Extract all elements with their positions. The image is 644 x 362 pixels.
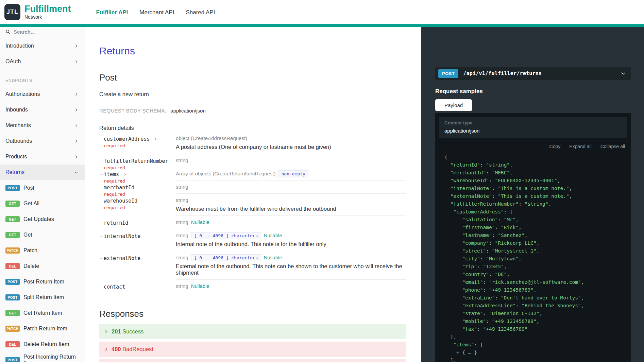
sidebar-item-authorizations[interactable]: Authorizations bbox=[0, 86, 85, 102]
code-line: "externalNote": "This is a custom note."… bbox=[444, 192, 627, 200]
sidebar-op-delete-return-item[interactable]: DELDelete Return Item bbox=[0, 337, 85, 352]
field-definition: Array of objects (CreateReturnItemReques… bbox=[176, 171, 406, 180]
search-input[interactable] bbox=[14, 29, 65, 35]
field-name: returnId bbox=[104, 220, 128, 226]
field-constraint-badge: [ 0 .. 4096 ] characters bbox=[191, 232, 261, 239]
sidebar-op-get-all[interactable]: GETGet All bbox=[0, 196, 85, 211]
field-nullable-label: Nullable bbox=[191, 283, 209, 289]
sample-tabs: Payload bbox=[435, 99, 631, 111]
response-row-201[interactable]: 201 Success bbox=[99, 324, 406, 339]
chevron-right-icon bbox=[104, 330, 108, 333]
code-line: "extraLine": "Don't hand over to Mortys"… bbox=[444, 294, 627, 302]
field-definition: stringNullable bbox=[176, 219, 406, 229]
field-type: string bbox=[176, 184, 188, 190]
tab-fulfiller-api[interactable]: Fulfiller API bbox=[96, 9, 128, 18]
sidebar-item-merchants[interactable]: Merchants bbox=[0, 118, 85, 133]
field-row-warehouseid: warehouseIdrequiredstringWarehouse must … bbox=[104, 197, 406, 219]
field-row-customeraddress: customerAddress ›requiredobject (CreateA… bbox=[104, 135, 406, 157]
field-name-col: items ›required bbox=[104, 171, 176, 184]
sidebar-op-label: Post bbox=[23, 185, 34, 191]
sidebar-op-post-incoming-return-item[interactable]: POSTPost Incoming Return Item bbox=[0, 352, 85, 362]
sidebar-op-label: Patch bbox=[23, 247, 37, 254]
endpoint-bar[interactable]: POST /api/v1/fulfiller/returns bbox=[435, 67, 631, 80]
field-type: Array of objects (CreateReturnItemReques… bbox=[176, 171, 275, 176]
code-line: "company": "Rickcorp LLC", bbox=[444, 239, 627, 247]
code-line: "city": "Mortytown", bbox=[444, 255, 627, 263]
method-badge-patch: PATCH bbox=[5, 326, 20, 332]
sidebar-op-get-return-item[interactable]: GETGet Return Item bbox=[0, 305, 85, 321]
sidebar-op-patch[interactable]: PATCHPatch bbox=[0, 243, 85, 258]
field-type: string bbox=[176, 283, 188, 289]
method-badge-get: GET bbox=[5, 216, 20, 222]
field-description: A postal address (One of company or last… bbox=[176, 144, 406, 150]
field-name-col: merchantIdrequired bbox=[104, 184, 176, 197]
required-label: required bbox=[104, 165, 176, 170]
sidebar-op-delete[interactable]: DELDelete bbox=[0, 258, 85, 274]
responses-list: 201 Success400 BadRequest401 Unauthorize… bbox=[99, 324, 406, 362]
code-line: - "items": [ bbox=[444, 341, 627, 349]
sidebar-op-label: Delete Return Item bbox=[23, 341, 69, 347]
teal-accent-bar bbox=[0, 24, 644, 27]
sidebar-item-inbounds[interactable]: Inbounds bbox=[0, 102, 85, 118]
sidebar-op-post-return-item[interactable]: POSTPost Return Item bbox=[0, 274, 85, 290]
response-row-400[interactable]: 400 BadRequest bbox=[99, 342, 406, 357]
method-badge-get: GET bbox=[5, 232, 20, 238]
collapse-toggle[interactable]: - bbox=[444, 209, 453, 214]
content-type-value: application/json bbox=[444, 128, 622, 134]
field-definition: string bbox=[176, 157, 406, 167]
field-name-col: returnId bbox=[104, 219, 176, 232]
code-line: "mobile": "+49 123456789", bbox=[444, 317, 627, 325]
required-label: required bbox=[104, 192, 176, 197]
code-line: "warehouseId": "FULF04XX-12345-0001", bbox=[444, 177, 627, 185]
jtl-logo: JTL bbox=[4, 4, 20, 20]
field-name: externalNote bbox=[104, 255, 140, 261]
field-type: string bbox=[176, 197, 188, 203]
expand-all-button[interactable]: Expand all bbox=[569, 144, 591, 149]
collapse-all-button[interactable]: Collapse all bbox=[600, 144, 625, 149]
sidebar-item-oauth[interactable]: OAuth bbox=[0, 54, 85, 69]
tab-shared-api[interactable]: Shared API bbox=[186, 9, 215, 18]
field-name-col: customerAddress ›required bbox=[104, 135, 176, 157]
field-name[interactable]: customerAddress › bbox=[104, 136, 157, 142]
json-sample: { "returnId": "string", "merchantId": "M… bbox=[439, 153, 627, 362]
field-nullable-label: Nullable bbox=[264, 232, 282, 238]
expand-toggle[interactable]: + bbox=[456, 350, 462, 355]
field-type: string bbox=[176, 255, 188, 260]
sidebar-op-split-return-item[interactable]: POSTSplit Return Item bbox=[0, 290, 85, 305]
sidebar-item-returns[interactable]: Returns bbox=[0, 165, 85, 180]
field-name[interactable]: items › bbox=[104, 171, 126, 177]
field-description: Internal note of the outbound. This note… bbox=[176, 241, 406, 247]
sidebar-op-label: Get bbox=[23, 232, 32, 238]
sidebar-item-label: Authorizations bbox=[5, 91, 40, 97]
chevron-down-icon[interactable] bbox=[621, 71, 626, 76]
sidebar-op-label: Post Incoming Return Item bbox=[23, 354, 85, 362]
content-type-box: Content type application/json bbox=[439, 117, 627, 138]
request-body-schema-row: REQUEST BODY SCHEMA: application/json bbox=[99, 108, 406, 117]
sidebar-item-label: Returns bbox=[5, 169, 24, 175]
brand: Fulfillment Network bbox=[24, 4, 71, 20]
copy-button[interactable]: Copy bbox=[549, 144, 561, 149]
sidebar-op-label: Get Return Item bbox=[23, 310, 62, 316]
search-row bbox=[0, 27, 85, 38]
sidebar-item-introduction[interactable]: Introduction bbox=[0, 38, 85, 54]
sidebar-op-post[interactable]: POSTPost bbox=[0, 180, 85, 196]
sidebar-op-patch-return-item[interactable]: PATCHPatch Return Item bbox=[0, 321, 85, 337]
sidebar-item-outbounds[interactable]: Outbounds bbox=[0, 133, 85, 149]
sidebar-op-get-updates[interactable]: GETGet Updates bbox=[0, 211, 85, 227]
response-code: 201 bbox=[112, 328, 121, 334]
sidebar-item-label: Outbounds bbox=[5, 138, 32, 144]
field-name: merchantId bbox=[104, 185, 134, 191]
sidebar-item-label: Merchants bbox=[5, 122, 31, 128]
sidebar-item-products[interactable]: Products bbox=[0, 149, 85, 165]
field-definition: string bbox=[176, 184, 406, 194]
schema-fields: customerAddress ›requiredobject (CreateA… bbox=[99, 135, 406, 296]
field-type: string bbox=[176, 157, 188, 163]
sidebar-op-get[interactable]: GETGet bbox=[0, 227, 85, 243]
sidebar-op-label: Split Return Item bbox=[23, 294, 64, 300]
sample-tab-payload[interactable]: Payload bbox=[435, 99, 472, 111]
response-row-401[interactable]: 401 Unauthorized bbox=[99, 359, 406, 362]
code-line: "returnId": "string", bbox=[444, 161, 627, 169]
collapse-toggle[interactable]: - bbox=[444, 342, 453, 347]
field-type: string bbox=[176, 219, 188, 225]
tab-merchant-api[interactable]: Merchant API bbox=[139, 9, 174, 18]
